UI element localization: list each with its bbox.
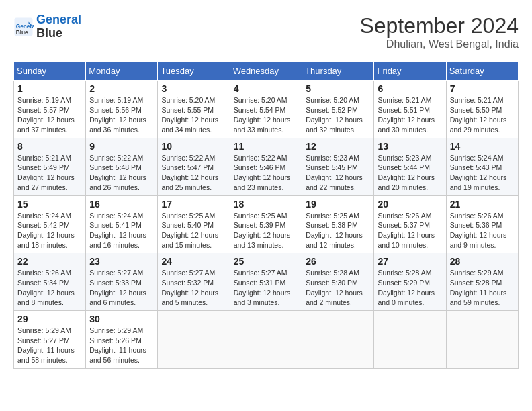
- calendar-week-row: 8 Sunrise: 5:21 AMSunset: 5:49 PMDayligh…: [14, 138, 519, 195]
- day-info: Sunrise: 5:27 AMSunset: 5:31 PMDaylight:…: [234, 268, 299, 308]
- calendar-cell: 6 Sunrise: 5:21 AMSunset: 5:51 PMDayligh…: [374, 81, 446, 138]
- day-number: 17: [161, 199, 226, 210]
- calendar-cell: 2 Sunrise: 5:19 AMSunset: 5:56 PMDayligh…: [86, 81, 158, 138]
- day-number: 30: [89, 314, 154, 324]
- day-info: Sunrise: 5:21 AMSunset: 5:51 PMDaylight:…: [378, 95, 442, 135]
- calendar-cell: 17 Sunrise: 5:25 AMSunset: 5:40 PMDaylig…: [158, 195, 230, 253]
- day-info: Sunrise: 5:24 AMSunset: 5:42 PMDaylight:…: [17, 211, 82, 250]
- day-info: Sunrise: 5:29 AMSunset: 5:26 PMDaylight:…: [89, 326, 154, 365]
- day-number: 13: [378, 141, 442, 152]
- calendar-header-row: SundayMondayTuesdayWednesdayThursdayFrid…: [14, 62, 519, 81]
- column-header-tuesday: Tuesday: [158, 62, 230, 81]
- calendar-cell: 15 Sunrise: 5:24 AMSunset: 5:42 PMDaylig…: [14, 195, 86, 253]
- day-number: 7: [450, 83, 515, 94]
- day-info: Sunrise: 5:20 AMSunset: 5:54 PMDaylight:…: [234, 95, 299, 135]
- day-number: 9: [89, 141, 154, 152]
- calendar-cell: 4 Sunrise: 5:20 AMSunset: 5:54 PMDayligh…: [230, 81, 302, 138]
- calendar-cell: 12 Sunrise: 5:23 AMSunset: 5:45 PMDaylig…: [302, 138, 374, 195]
- day-number: 25: [234, 256, 299, 267]
- calendar-cell: 21 Sunrise: 5:26 AMSunset: 5:36 PMDaylig…: [446, 195, 518, 253]
- calendar-week-row: 22 Sunrise: 5:26 AMSunset: 5:34 PMDaylig…: [14, 253, 519, 311]
- calendar-cell: 18 Sunrise: 5:25 AMSunset: 5:39 PMDaylig…: [230, 195, 302, 253]
- day-number: 21: [450, 199, 515, 210]
- calendar-cell: 20 Sunrise: 5:26 AMSunset: 5:37 PMDaylig…: [374, 195, 446, 253]
- title-block: September 2024 Dhulian, West Bengal, Ind…: [359, 13, 519, 50]
- day-number: 15: [17, 199, 82, 210]
- calendar-cell: 23 Sunrise: 5:27 AMSunset: 5:33 PMDaylig…: [86, 253, 158, 311]
- column-header-friday: Friday: [374, 62, 446, 81]
- day-number: 28: [450, 256, 515, 267]
- day-number: 11: [234, 141, 299, 152]
- day-info: Sunrise: 5:28 AMSunset: 5:29 PMDaylight:…: [378, 268, 442, 308]
- day-number: 16: [89, 199, 154, 210]
- day-info: Sunrise: 5:26 AMSunset: 5:34 PMDaylight:…: [17, 268, 82, 308]
- day-info: Sunrise: 5:20 AMSunset: 5:55 PMDaylight:…: [161, 95, 226, 135]
- day-info: Sunrise: 5:25 AMSunset: 5:39 PMDaylight:…: [234, 211, 299, 250]
- day-number: 1: [17, 83, 82, 94]
- day-number: 22: [17, 256, 82, 267]
- column-header-wednesday: Wednesday: [230, 62, 302, 81]
- day-info: Sunrise: 5:29 AMSunset: 5:28 PMDaylight:…: [450, 268, 515, 308]
- calendar-cell: 16 Sunrise: 5:24 AMSunset: 5:41 PMDaylig…: [86, 195, 158, 253]
- day-info: Sunrise: 5:26 AMSunset: 5:37 PMDaylight:…: [378, 211, 442, 250]
- day-number: 14: [450, 141, 515, 152]
- calendar-week-row: 29 Sunrise: 5:29 AMSunset: 5:27 PMDaylig…: [14, 311, 519, 369]
- svg-text:Blue: Blue: [16, 29, 28, 35]
- day-number: 27: [378, 256, 442, 267]
- day-number: 26: [306, 256, 370, 267]
- calendar-cell: 25 Sunrise: 5:27 AMSunset: 5:31 PMDaylig…: [230, 253, 302, 311]
- calendar-week-row: 15 Sunrise: 5:24 AMSunset: 5:42 PMDaylig…: [14, 195, 519, 253]
- calendar-table: SundayMondayTuesdayWednesdayThursdayFrid…: [13, 61, 519, 369]
- day-number: 19: [306, 199, 370, 210]
- day-number: 4: [234, 83, 299, 94]
- day-info: Sunrise: 5:25 AMSunset: 5:38 PMDaylight:…: [306, 211, 370, 250]
- logo-text: GeneralBlue: [36, 13, 81, 40]
- day-number: 24: [161, 256, 226, 267]
- column-header-thursday: Thursday: [302, 62, 374, 81]
- day-info: Sunrise: 5:22 AMSunset: 5:47 PMDaylight:…: [161, 153, 226, 193]
- day-info: Sunrise: 5:27 AMSunset: 5:33 PMDaylight:…: [89, 268, 154, 308]
- calendar-cell: 28 Sunrise: 5:29 AMSunset: 5:28 PMDaylig…: [446, 253, 518, 311]
- calendar-cell: 24 Sunrise: 5:27 AMSunset: 5:32 PMDaylig…: [158, 253, 230, 311]
- calendar-cell: 5 Sunrise: 5:20 AMSunset: 5:52 PMDayligh…: [302, 81, 374, 138]
- day-info: Sunrise: 5:19 AMSunset: 5:56 PMDaylight:…: [89, 95, 154, 135]
- day-info: Sunrise: 5:19 AMSunset: 5:57 PMDaylight:…: [17, 95, 82, 135]
- calendar-cell: 22 Sunrise: 5:26 AMSunset: 5:34 PMDaylig…: [14, 253, 86, 311]
- day-info: Sunrise: 5:25 AMSunset: 5:40 PMDaylight:…: [161, 211, 226, 250]
- column-header-sunday: Sunday: [14, 62, 86, 81]
- day-number: 20: [378, 199, 442, 210]
- page-title: September 2024: [359, 13, 519, 38]
- day-info: Sunrise: 5:21 AMSunset: 5:49 PMDaylight:…: [17, 153, 82, 193]
- calendar-cell: [230, 311, 302, 369]
- calendar-cell: 7 Sunrise: 5:21 AMSunset: 5:50 PMDayligh…: [446, 81, 518, 138]
- day-info: Sunrise: 5:27 AMSunset: 5:32 PMDaylight:…: [161, 268, 226, 308]
- column-header-saturday: Saturday: [446, 62, 518, 81]
- logo: General Blue GeneralBlue: [13, 13, 81, 40]
- day-number: 18: [234, 199, 299, 210]
- day-number: 5: [306, 83, 370, 94]
- logo-icon: General Blue: [13, 17, 34, 37]
- calendar-cell: 1 Sunrise: 5:19 AMSunset: 5:57 PMDayligh…: [14, 81, 86, 138]
- calendar-week-row: 1 Sunrise: 5:19 AMSunset: 5:57 PMDayligh…: [14, 81, 519, 138]
- day-number: 23: [89, 256, 154, 267]
- day-info: Sunrise: 5:23 AMSunset: 5:44 PMDaylight:…: [378, 153, 442, 193]
- day-number: 10: [161, 141, 226, 152]
- day-number: 3: [161, 83, 226, 94]
- day-number: 29: [17, 314, 82, 324]
- calendar-cell: 30 Sunrise: 5:29 AMSunset: 5:26 PMDaylig…: [86, 311, 158, 369]
- day-info: Sunrise: 5:24 AMSunset: 5:43 PMDaylight:…: [450, 153, 515, 193]
- column-header-monday: Monday: [86, 62, 158, 81]
- day-info: Sunrise: 5:26 AMSunset: 5:36 PMDaylight:…: [450, 211, 515, 250]
- day-info: Sunrise: 5:22 AMSunset: 5:46 PMDaylight:…: [234, 153, 299, 193]
- calendar-cell: 13 Sunrise: 5:23 AMSunset: 5:44 PMDaylig…: [374, 138, 446, 195]
- calendar-cell: [302, 311, 374, 369]
- svg-text:General: General: [16, 23, 34, 29]
- day-number: 12: [306, 141, 370, 152]
- calendar-cell: 29 Sunrise: 5:29 AMSunset: 5:27 PMDaylig…: [14, 311, 86, 369]
- day-number: 2: [89, 83, 154, 94]
- calendar-cell: 14 Sunrise: 5:24 AMSunset: 5:43 PMDaylig…: [446, 138, 518, 195]
- day-number: 8: [17, 141, 82, 152]
- calendar-cell: [158, 311, 230, 369]
- day-info: Sunrise: 5:24 AMSunset: 5:41 PMDaylight:…: [89, 211, 154, 250]
- calendar-cell: 9 Sunrise: 5:22 AMSunset: 5:48 PMDayligh…: [86, 138, 158, 195]
